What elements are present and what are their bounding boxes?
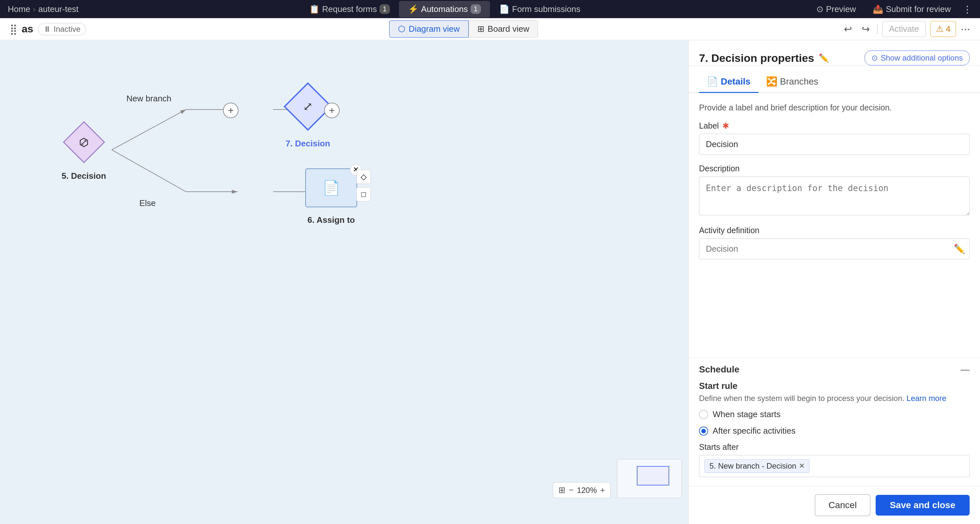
save-close-button[interactable]: Save and close [876,495,970,516]
inactive-icon: ⏸ [43,25,51,34]
diagram-icon: ⬡ [398,24,406,34]
schedule-collapse-button[interactable]: — [961,364,970,375]
minimap-viewport [637,466,669,486]
node-7-decision[interactable]: ⤢ 7. Decision [283,82,332,149]
radio-when-stage-starts[interactable]: When stage starts [699,410,970,419]
zoom-controls: ⊞ − 120% + [553,482,611,498]
request-forms-badge: 1 [380,4,390,14]
details-tab-icon: 📄 [707,76,718,87]
svg-line-3 [112,150,186,192]
panel-title: 7. Decision properties [699,52,814,64]
redo-button[interactable]: ↪ [859,21,872,37]
toolbar-actions: ↩ ↪ Activate ⚠ 4 ⋯ [841,21,970,37]
right-panel: 7. Decision properties ✏️ ⊙ Show additio… [688,40,980,524]
minimap [617,459,682,498]
zoom-in-button[interactable]: + [600,485,605,495]
show-additional-options-button[interactable]: ⊙ Show additional options [865,51,970,65]
activity-def-input[interactable] [699,238,970,259]
app-name: as [22,23,33,35]
diagram-view-button[interactable]: ⬡ Diagram view [389,21,469,38]
toolbar-more-button[interactable]: ⋯ [961,23,970,35]
node-6-label: 6. Assign to [307,215,355,225]
node-action-diamond[interactable]: ◇ [356,170,371,184]
task-node-box: 📄 [305,168,357,207]
starts-after-label: Starts after [699,442,970,452]
zoom-out-button[interactable]: − [569,485,574,495]
start-rule-title: Start rule [699,381,970,391]
description-form-group: Description [699,164,970,217]
else-label: Else [139,198,156,208]
radio-label-2: After specific activities [713,426,795,436]
tag-1-label: 5. New branch - Decision [710,462,796,470]
tab-details[interactable]: 📄 Details [699,71,758,93]
edit-title-icon[interactable]: ✏️ [819,53,829,63]
board-icon: ⊞ [477,24,485,34]
nav-tab-automations[interactable]: ⚡ Automations 1 [399,1,490,17]
schedule-section: Schedule — Start rule Define when the sy… [689,357,980,486]
node-6-assign[interactable]: 📄 ✕ 6. Assign to [305,168,357,225]
label-field-label: Label ✱ [699,121,970,130]
cancel-button[interactable]: Cancel [815,494,870,516]
tag-1: 5. New branch - Decision ✕ [705,459,810,473]
submit-icon: 📤 [873,4,883,14]
preview-button[interactable]: ⊙ Preview [811,2,861,17]
project-link[interactable]: auteur-test [38,4,78,14]
tag-1-remove-button[interactable]: ✕ [799,462,805,470]
activity-def-form-group: Activity definition ✏️ [699,226,970,259]
topbar-right: ⊙ Preview 📤 Submit for review ⋮ [811,2,972,17]
node-5-label: 5. Decision [62,171,106,181]
panel-header: 7. Decision properties ✏️ ⊙ Show additio… [689,40,980,66]
panel-tabs: 📄 Details 🔀 Branches [689,71,980,93]
grid-icon: ⣿ [10,23,17,35]
starts-after-tag-input[interactable]: 5. New branch - Decision ✕ [699,455,970,477]
view-toggle: ⬡ Diagram view ⊞ Board view [389,21,538,38]
topbar-more-button[interactable]: ⋮ [963,3,972,15]
zoom-level: 120% [577,486,597,495]
start-rule-description-text: Define when the system will begin to pro… [699,394,905,403]
topbar-center-nav: 📋 Request forms 1 ⚡ Automations 1 📄 Form… [300,1,590,17]
nav-tab-automations-label: Automations [421,4,468,14]
breadcrumb: Home › auteur-test [8,4,78,14]
description-field-label: Description [699,164,970,173]
submit-review-button[interactable]: 📤 Submit for review [867,2,956,17]
top-navbar: Home › auteur-test 📋 Request forms 1 ⚡ A… [0,0,980,18]
fit-button[interactable]: ⊞ [558,485,565,495]
options-icon: ⊙ [872,54,878,62]
schedule-content: Start rule Define when the system will b… [689,381,980,486]
radio-after-specific[interactable]: After specific activities [699,426,970,436]
activity-def-input-wrapper: ✏️ [699,238,970,259]
home-link[interactable]: Home [8,4,30,14]
error-icon: ⚠ [936,24,943,34]
tab-branches[interactable]: 🔀 Branches [758,71,826,93]
add-after-node-7[interactable]: + [324,103,340,118]
svg-line-0 [112,110,186,150]
learn-more-link[interactable]: Learn more [907,394,946,403]
canvas-area[interactable]: ⬡ ⤢ 5. Decision New branch Else + ⤢ 7. D… [0,40,688,524]
nav-tab-request-forms[interactable]: 📋 Request forms 1 [300,1,399,17]
add-node-new-branch[interactable]: + [223,103,239,118]
topbar-left: Home › auteur-test [8,4,78,14]
activate-button[interactable]: Activate [882,21,926,37]
board-label: Board view [488,24,530,34]
diagram-label: Diagram view [409,24,460,34]
label-input[interactable] [699,134,970,155]
nav-tab-form-submissions[interactable]: 📄 Form submissions [490,1,590,17]
activity-def-edit-button[interactable]: ✏️ [954,243,965,254]
status-badge: ⏸ Inactive [38,23,86,35]
errors-button[interactable]: ⚠ 4 [931,21,956,37]
nav-tab-form-submissions-label: Form submissions [512,4,581,14]
undo-button[interactable]: ↩ [841,21,854,37]
panel-content: Provide a label and brief description fo… [689,93,980,354]
description-textarea[interactable] [699,176,970,215]
main-area: ⬡ ⤢ 5. Decision New branch Else + ⤢ 7. D… [0,40,980,524]
secondary-toolbar: ⣿ as ⏸ Inactive ⬡ Diagram view ⊞ Board v… [0,18,980,40]
panel-footer: Cancel Save and close [689,486,980,524]
node-action-square[interactable]: □ [356,187,371,202]
schedule-title: Schedule [699,364,739,375]
branches-tab-label: Branches [780,76,818,87]
schedule-header[interactable]: Schedule — [689,358,980,381]
status-label: Inactive [54,25,81,34]
board-view-button[interactable]: ⊞ Board view [469,21,538,38]
label-form-group: Label ✱ [699,121,970,155]
node-5-decision[interactable]: ⬡ ⤢ 5. Decision [62,121,106,181]
